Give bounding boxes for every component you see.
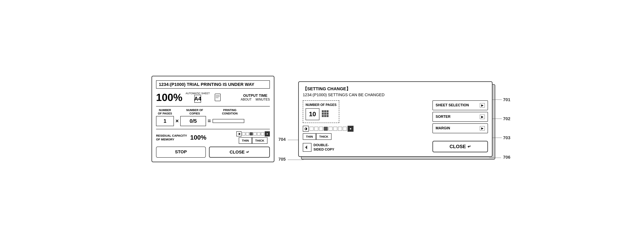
equals-operator: = [208,118,211,124]
thick-button[interactable]: THICK [252,137,268,144]
r-density-seg6 [333,127,337,131]
svg-rect-12 [326,115,328,117]
density-left-icon-right: ◑ [303,126,309,132]
annotations: 701 702 703 [490,93,510,140]
svg-marker-13 [305,146,307,149]
output-time-label: OUTPUT TIME [241,94,270,98]
density-seg5 [257,132,260,136]
annotation-702: 702 [503,116,510,122]
annotation-701: 701 [503,97,510,102]
svg-rect-9 [326,113,328,115]
svg-rect-6 [326,110,328,112]
r-density-seg8 [343,127,347,131]
percent-display: 100% [156,92,182,103]
margin-arrow: ▶ [480,126,485,130]
auto-sheet-label: AUTOMATIC SHEET [186,92,210,95]
density-right-icon-right: ● [348,126,354,132]
svg-rect-5 [324,110,326,112]
output-time-block: OUTPUT TIME ABOUT MINUTES [241,94,270,101]
density-seg2 [246,132,249,136]
sheet-selection-button[interactable]: SHEET SELECTION ▶ [432,100,488,110]
r-density-seg5 [328,127,332,131]
close-return-icon: ↵ [468,144,471,149]
annotation-704: 704 [278,137,286,142]
r-density-seg4 [324,127,328,131]
info-row: 100% AUTOMATIC SHEET A4 OUTPUT TIME ABOU… [156,92,270,103]
pages-input: 1 [156,116,174,126]
margin-button[interactable]: MARGIN ▶ [432,123,488,133]
setting-subtitle: 1234:(P1000) SETTINGS CAN BE CHANGED [303,92,488,97]
return-icon: ↵ [246,150,249,154]
density-seg4 [254,132,256,136]
left-col: NUMBER OF PAGES 10 [303,100,429,152]
double-sided-icon [303,143,312,152]
setting-title: 【SETTING CHANGE】 [303,86,488,92]
close-button-right[interactable]: CLOSE ↵ [432,141,488,152]
annotation-705: 705 [278,157,286,162]
annotation-705-container: 705 [278,157,304,162]
sheet-info: AUTOMATIC SHEET A4 [186,92,210,103]
col-copies-label: NUMBER OFCOPIES [182,108,208,115]
density-seg1 [242,132,245,136]
pages-section: NUMBER OF PAGES 10 [303,100,339,123]
residual-label: RESIDUAL CAPACITYOF MEMORY [156,134,187,142]
stop-button[interactable]: STOP [156,146,206,158]
left-panel: 1234:(P1000) TRIAL PRINTING IS UNDER WAY… [152,76,274,162]
status-bar: 1234:(P1000) TRIAL PRINTING IS UNDER WAY [156,80,270,89]
divider1 [156,106,270,106]
output-time-sub: ABOUT MINUTES [241,98,270,101]
right-panel-container: 【SETTING CHANGE】 1234:(P1000) SETTINGS C… [298,81,492,157]
right-content: NUMBER OF PAGES 10 [303,100,488,152]
sheet-size-text: A4 [194,96,201,102]
sheet-selection-arrow: ▶ [480,103,485,108]
sheet-size-icon: A4 [194,95,201,103]
density-seg3 [250,132,253,136]
r-density-seg3 [319,127,323,131]
sorter-arrow: ▶ [480,115,485,119]
right-panel: 【SETTING CHANGE】 1234:(P1000) SETTINGS C… [298,81,492,157]
bottom-buttons: STOP CLOSE ↵ [156,146,270,158]
r-density-seg2 [314,127,318,131]
svg-rect-4 [322,110,324,112]
pages-input-row: 10 [306,108,336,120]
col-condition-label: PRINTINGCONDITION [214,108,246,115]
r-density-seg1 [310,127,314,131]
double-sided-row: DOUBLE-SIDED COPY [303,143,429,152]
output-about: ABOUT [241,98,252,101]
thick-button-right[interactable]: THICK [316,133,332,140]
thin-button-right[interactable]: THIN [303,133,316,140]
status-text: 1234:(P1000) TRIAL PRINTING IS UNDER WAY [159,82,254,87]
density-seg6 [261,132,264,136]
pages-grid-icon [322,110,328,118]
svg-rect-8 [324,113,326,115]
double-sided-label: DOUBLE-SIDED COPY [314,143,334,152]
right-col: SHEET SELECTION ▶ SORTER ▶ MARGIN ▶ CLOS… [432,100,488,152]
residual-row: RESIDUAL CAPACITYOF MEMORY 100% ◑ ● THIN… [156,131,270,144]
output-minutes: MINUTES [256,98,270,101]
pages-label: NUMBER OF PAGES [306,103,336,107]
r-density-seg7 [338,127,342,131]
thin-button[interactable]: THIN [239,137,252,144]
svg-rect-7 [322,113,324,115]
pages-value-box: 10 [306,108,320,120]
close-button-left[interactable]: CLOSE ↵ [209,146,270,158]
condition-input [212,119,244,123]
copies-input: 0/5 [180,116,206,126]
svg-rect-10 [322,115,324,117]
annotation-703: 703 [503,135,510,140]
density-right-icon: ● [265,131,270,136]
svg-rect-0 [215,94,220,101]
multiply-operator: × [176,118,179,124]
residual-percent: 100% [190,134,206,141]
svg-rect-11 [324,115,326,117]
annotation-706: 706 [503,155,510,160]
paper-icon [214,94,221,101]
divider2 [156,129,270,129]
col-pages-label: NUMBEROF PAGES [156,108,174,115]
density-left-icon: ◑ [236,131,242,136]
sorter-button[interactable]: SORTER ▶ [432,112,488,122]
